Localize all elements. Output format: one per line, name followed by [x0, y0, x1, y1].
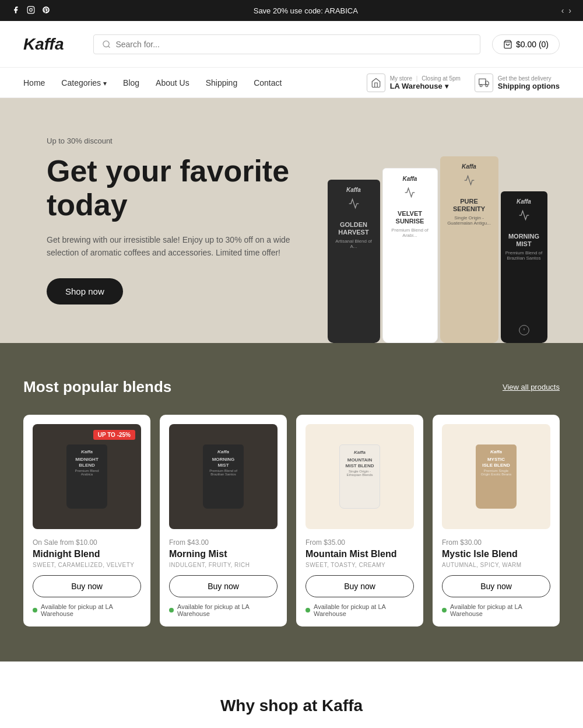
product-bag-1: Kaffa MIDNIGHTBLEND Premium Blend Arabic… [66, 444, 107, 509]
nav-home[interactable]: Home [23, 78, 45, 88]
product-image-3: Kaffa MountainMist Blend Single Origin -… [305, 424, 414, 529]
product-name-4: Mystic Isle Blend [442, 549, 550, 559]
shipping-label: Get the best delivery [498, 75, 560, 82]
nav-blog[interactable]: Blog [123, 78, 139, 88]
cart-button[interactable]: $0.00 (0) [492, 34, 560, 54]
product-name-1: Midnight Blend [33, 549, 141, 559]
shipping-text: Shipping options [498, 82, 560, 90]
buy-button-1[interactable]: Buy now [33, 575, 141, 597]
product-price-3: From $35.00 [305, 538, 414, 547]
search-input[interactable] [115, 40, 472, 49]
hero-bag-4: Kaffa MORNINGMIST Premium Blend of Brazi… [501, 191, 547, 343]
buy-button-3[interactable]: Buy now [305, 575, 414, 597]
buy-button-2[interactable]: Buy now [169, 575, 278, 597]
products-title: Most popular blends [23, 378, 171, 396]
prev-arrow[interactable]: ‹ [561, 6, 564, 15]
product-bag-3: Kaffa MountainMist Blend Single Origin -… [339, 444, 380, 509]
product-card-4: Kaffa MYSTICISLE BLEND Premium Single Or… [433, 415, 560, 626]
product-tags-3: SWEET, TOASTY, CREAMY [305, 562, 414, 568]
instagram-icon[interactable] [27, 6, 35, 16]
availability-dot-3 [305, 608, 310, 612]
discount-badge-1: UP TO -25% [93, 430, 135, 440]
products-section: Most popular blends View all products UP… [0, 343, 583, 662]
product-image-1: UP TO -25% Kaffa MIDNIGHTBLEND Premium B… [33, 424, 141, 529]
shipping-icon [475, 74, 493, 92]
svg-point-9 [486, 85, 488, 87]
product-price-4: From $30.00 [442, 538, 550, 547]
product-price-1: On Sale from $10.00 [33, 538, 141, 547]
product-card-1: UP TO -25% Kaffa MIDNIGHTBLEND Premium B… [23, 415, 150, 626]
svg-rect-6 [479, 79, 486, 85]
product-card-2: Kaffa MORNINGMIST Premium Blend of Brazi… [160, 415, 287, 626]
svg-marker-7 [486, 81, 489, 85]
why-section: Why shop at Kaffa [0, 662, 583, 728]
nav-left: Home Categories Blog About Us Shipping C… [23, 78, 282, 88]
store-icon [367, 74, 385, 92]
product-price-2: From $43.00 [169, 538, 278, 547]
view-all-link[interactable]: View all products [503, 383, 560, 391]
hero-products: Kaffa GOLDENHARVEST Artisanal Blend of A… [292, 98, 583, 343]
store-info[interactable]: My store | Closing at 5pm LA Warehouse [367, 74, 461, 92]
nav-right: My store | Closing at 5pm LA Warehouse G… [367, 74, 560, 92]
svg-point-8 [480, 85, 482, 87]
product-tags-4: AUTUMNAL, SPICY, WARM [442, 562, 550, 568]
svg-line-4 [108, 46, 110, 47]
nav-shipping[interactable]: Shipping [206, 78, 238, 88]
product-name-2: Morning Mist [169, 549, 278, 559]
product-tags-2: INDULGENT, FRUITY, RICH [169, 562, 278, 568]
nav-categories[interactable]: Categories [61, 78, 107, 88]
navigation: Home Categories Blog About Us Shipping C… [0, 68, 583, 98]
shipping-options[interactable]: Get the best delivery Shipping options [475, 74, 560, 92]
pickup-info-1: Available for pickup at LA Warehouse [33, 603, 141, 617]
pickup-info-3: Available for pickup at LA Warehouse [305, 603, 414, 617]
header: Kaffa $0.00 (0) [0, 21, 583, 68]
hero-bag-1: Kaffa GOLDENHARVEST Artisanal Blend of A… [328, 180, 380, 343]
svg-point-1 [30, 8, 33, 11]
hero-content: Up to 30% discount Get your favorite tod… [47, 136, 303, 304]
availability-dot-1 [33, 608, 37, 612]
hero-section: Up to 30% discount Get your favorite tod… [0, 98, 583, 343]
pickup-info-4: Available for pickup at LA Warehouse [442, 603, 550, 617]
buy-button-4[interactable]: Buy now [442, 575, 550, 597]
search-bar[interactable] [93, 34, 480, 54]
store-name: LA Warehouse [390, 82, 461, 90]
nav-contact[interactable]: Contact [254, 78, 282, 88]
availability-dot-4 [442, 608, 447, 612]
promo-text: Save 20% use code: ARABICA [50, 6, 561, 15]
product-bag-4: Kaffa MYSTICISLE BLEND Premium Single Or… [476, 444, 517, 509]
hero-bag-3: Kaffa PURESERENITY Single Origin - Guate… [440, 156, 498, 343]
product-card-3: Kaffa MountainMist Blend Single Origin -… [296, 415, 423, 626]
search-icon [102, 40, 111, 49]
product-name-3: Mountain Mist Blend [305, 549, 414, 559]
pickup-info-2: Available for pickup at LA Warehouse [169, 603, 278, 617]
next-arrow[interactable]: › [568, 6, 571, 15]
product-bag-2: Kaffa MORNINGMIST Premium Blend of Brazi… [203, 444, 244, 509]
cart-icon [503, 40, 512, 49]
cart-total: $0.00 (0) [516, 40, 549, 49]
product-image-4: Kaffa MYSTICISLE BLEND Premium Single Or… [442, 424, 550, 529]
availability-dot-2 [169, 608, 174, 612]
product-tags-1: SWEET, CARAMELIZED, VELVETY [33, 562, 141, 568]
social-icons [12, 6, 50, 16]
store-chevron [445, 82, 448, 90]
product-image-2: Kaffa MORNINGMIST Premium Blend of Brazi… [169, 424, 278, 529]
store-label: My store | Closing at 5pm [390, 75, 461, 82]
svg-point-3 [103, 41, 109, 47]
logo[interactable]: Kaffa [23, 35, 82, 54]
hero-description: Get brewing with our irresistible sale! … [47, 233, 303, 260]
nav-about[interactable]: About Us [156, 78, 189, 88]
top-bar: Save 20% use code: ARABICA ‹ › [0, 0, 583, 21]
products-header: Most popular blends View all products [23, 378, 560, 396]
svg-point-2 [33, 8, 33, 8]
hero-bag-2: Kaffa VELVETSUNRISE Premium Blend of Ara… [382, 168, 438, 343]
products-grid: UP TO -25% Kaffa MIDNIGHTBLEND Premium B… [23, 415, 560, 626]
hero-discount: Up to 30% discount [47, 136, 303, 145]
why-title: Why shop at Kaffa [23, 696, 560, 715]
pinterest-icon[interactable] [42, 6, 50, 16]
svg-rect-0 [27, 6, 34, 13]
promo-nav[interactable]: ‹ › [561, 6, 571, 15]
hero-title: Get your favorite today [47, 155, 303, 221]
categories-chevron [103, 78, 107, 88]
facebook-icon[interactable] [12, 6, 20, 16]
shop-now-button[interactable]: Shop now [47, 278, 123, 304]
